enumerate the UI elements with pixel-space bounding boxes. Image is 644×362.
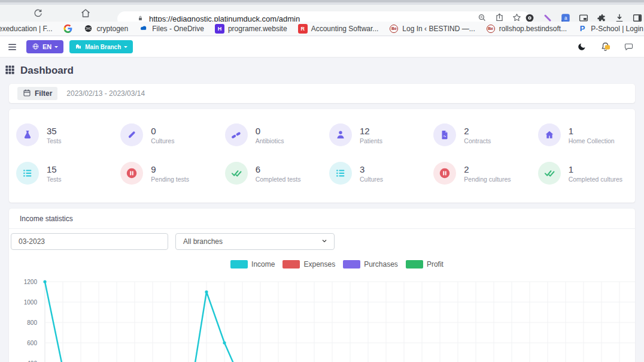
stat-completed-tests[interactable]: 6Completed tests xyxy=(218,159,322,187)
svg-text:400: 400 xyxy=(27,360,37,362)
grid-icon xyxy=(5,65,15,77)
dashboard-content: Dashboard Filter 2023/02/13 - 2023/03/14… xyxy=(0,58,644,362)
branch-dropdown-button[interactable]: Main Branch xyxy=(69,40,133,53)
stat-home-collection[interactable]: 1Home Collection xyxy=(531,121,635,149)
svg-text:1000: 1000 xyxy=(24,299,38,306)
bookmarks-bar: exeducation | F... cryptogen Files - One… xyxy=(0,22,644,36)
stat-antibiotics[interactable]: 0Antibiotics xyxy=(218,121,322,149)
stat-cultures-2[interactable]: 3Cultures xyxy=(322,159,426,187)
double-check-icon xyxy=(538,162,561,185)
calendar-icon xyxy=(23,89,31,99)
moon-icon[interactable] xyxy=(576,41,588,53)
stat-patients[interactable]: 12Patients xyxy=(322,121,426,149)
divider xyxy=(9,228,635,229)
globe-icon xyxy=(32,43,40,52)
screen: https://ediagnostic.platinumduck.com/adm… xyxy=(0,0,644,362)
svg-text:600: 600 xyxy=(27,340,37,346)
page-title-row: Dashboard xyxy=(5,64,635,78)
browser-toolbar: https://ediagnostic.platinumduck.com/adm… xyxy=(0,5,644,22)
pause-icon xyxy=(120,162,143,185)
bookmark-item[interactable]: exeducation | F... xyxy=(0,25,53,33)
legend-profit[interactable]: Profit xyxy=(406,260,443,269)
stat-pending-tests[interactable]: 9Pending tests xyxy=(113,159,217,187)
chat-icon[interactable] xyxy=(622,41,634,53)
google-icon xyxy=(63,24,73,34)
list-icon xyxy=(16,162,39,185)
pills-icon xyxy=(225,123,248,146)
bookmark-item[interactable]: P P-School | Login xyxy=(578,24,643,34)
stat-tests[interactable]: 35Tests xyxy=(9,121,113,149)
app-navbar: EN Main Branch xyxy=(0,37,644,58)
branch-select[interactable]: All branches xyxy=(175,233,335,250)
be-icon: Be xyxy=(390,25,398,33)
patient-icon xyxy=(329,123,352,146)
filter-button[interactable]: Filter xyxy=(17,87,57,100)
home-icon[interactable] xyxy=(80,7,92,19)
chevron-down-icon xyxy=(124,46,127,50)
stat-cultures[interactable]: 0Cultures xyxy=(113,121,217,149)
chevron-down-icon xyxy=(321,237,328,246)
home-icon xyxy=(538,123,561,146)
bookmark-item[interactable]: cryptogen xyxy=(84,24,129,34)
stat-pending-cultures[interactable]: 2Pending cultures xyxy=(426,159,530,187)
hamburger-icon[interactable] xyxy=(6,41,18,53)
red-r-icon: R xyxy=(298,24,308,34)
bookmark-item[interactable]: Files - OneDrive xyxy=(139,24,204,34)
bookmark-item[interactable]: R Accounting Softwar... xyxy=(298,24,379,34)
purple-h-icon: H xyxy=(215,24,224,34)
legend-purchases[interactable]: Purchases xyxy=(343,260,398,269)
browser-tab-strip xyxy=(0,0,644,5)
legend-swatch xyxy=(282,260,300,269)
stats-grid: 35Tests 0Cultures 0Antibiotics xyxy=(9,121,635,187)
legend-swatch xyxy=(343,260,360,269)
be-icon: Be xyxy=(487,25,495,33)
stat-tests-2[interactable]: 15Tests xyxy=(9,159,113,187)
page-title: Dashboard xyxy=(20,65,74,77)
language-dropdown-button[interactable]: EN xyxy=(26,40,63,53)
stats-card: 35Tests 0Cultures 0Antibiotics xyxy=(9,109,635,203)
bookmark-item[interactable]: Be Log In ‹ BESTIND —... xyxy=(389,24,475,34)
income-controls: All branches xyxy=(11,233,633,250)
double-check-icon xyxy=(225,162,248,185)
navbar-actions xyxy=(576,41,644,53)
date-range-value[interactable]: 2023/02/13 - 2023/03/14 xyxy=(66,89,145,98)
legend-swatch xyxy=(406,260,423,269)
stat-completed-cultures[interactable]: 1Completed cultures xyxy=(531,159,635,187)
legend-swatch xyxy=(230,260,248,269)
legend-income[interactable]: Income xyxy=(230,260,275,269)
bell-icon[interactable] xyxy=(599,41,611,53)
income-statistics-title: Income statistics xyxy=(9,209,635,228)
chart-legend: Income Expenses Purchases Profit xyxy=(9,260,635,269)
globe-dark-icon xyxy=(84,24,93,34)
svg-text:1200: 1200 xyxy=(24,279,38,285)
list-icon xyxy=(329,162,352,185)
test-tube-icon xyxy=(120,123,143,146)
reload-icon[interactable] xyxy=(32,7,44,19)
p-school-icon: P xyxy=(578,24,587,34)
building-icon xyxy=(75,43,82,51)
filter-bar: Filter 2023/02/13 - 2023/03/14 xyxy=(9,84,635,103)
pause-icon xyxy=(433,162,456,185)
chevron-down-icon xyxy=(54,46,58,50)
income-line-chart: 40060080010001200 xyxy=(9,273,635,362)
bookmark-item[interactable]: Be rollshop.bestindsoft... xyxy=(486,24,567,34)
stat-contracts[interactable]: 2Contracts xyxy=(426,121,530,149)
svg-text:800: 800 xyxy=(27,319,37,326)
contract-icon xyxy=(433,123,456,146)
svg-text:a: a xyxy=(564,16,567,21)
flask-icon xyxy=(16,123,39,146)
income-statistics-card: Income statistics All branches Income Ex… xyxy=(9,209,635,362)
onedrive-cloud-icon xyxy=(139,24,148,34)
month-input[interactable] xyxy=(11,233,168,250)
bookmark-item[interactable]: H programer.website xyxy=(215,24,287,34)
bookmark-item[interactable] xyxy=(63,24,73,34)
legend-expenses[interactable]: Expenses xyxy=(282,260,335,269)
